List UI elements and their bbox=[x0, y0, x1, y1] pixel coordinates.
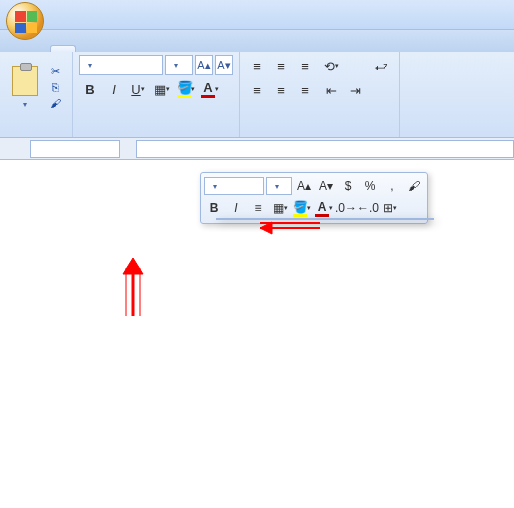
format-painter-button[interactable]: 🖌 bbox=[48, 96, 66, 110]
bold-button[interactable]: B bbox=[79, 78, 101, 100]
mini-fill[interactable]: 🪣▾ bbox=[292, 198, 312, 218]
spellcheck-icon[interactable] bbox=[148, 4, 166, 22]
wrap-text-button[interactable]: ⮐ bbox=[370, 55, 393, 77]
mini-dec-decimal[interactable]: .0→ bbox=[336, 198, 356, 218]
mini-font-combo[interactable]: ▾ bbox=[204, 177, 264, 195]
align-middle-button[interactable]: ≡ bbox=[270, 55, 292, 77]
title-bar bbox=[0, 0, 514, 30]
copy-icon: ⎘ bbox=[48, 80, 62, 94]
align-left-button[interactable]: ≡ bbox=[246, 79, 268, 101]
mini-grow-font[interactable]: A▴ bbox=[294, 176, 314, 196]
brush-icon: 🖌 bbox=[48, 96, 62, 110]
mini-comma[interactable]: , bbox=[382, 176, 402, 196]
align-top-button[interactable]: ≡ bbox=[246, 55, 268, 77]
align-bottom-button[interactable]: ≡ bbox=[294, 55, 316, 77]
save-icon[interactable] bbox=[52, 4, 70, 22]
scissors-icon: ✂ bbox=[48, 64, 62, 78]
increase-indent-button[interactable]: ⇥ bbox=[344, 79, 366, 101]
paste-button[interactable]: ▾ bbox=[6, 55, 44, 119]
mini-currency[interactable]: $ bbox=[338, 176, 358, 196]
context-menu bbox=[216, 218, 434, 220]
formula-input[interactable] bbox=[136, 140, 514, 158]
ribbon-tabs bbox=[0, 30, 514, 52]
mini-format-painter[interactable]: 🖌 bbox=[404, 176, 424, 196]
decrease-indent-button[interactable]: ⇤ bbox=[320, 79, 342, 101]
mini-inc-decimal[interactable]: ←.0 bbox=[358, 198, 378, 218]
office-button[interactable] bbox=[6, 2, 44, 40]
mini-toolbar: ▾ ▾ A▴ A▾ $ % , 🖌 B I ≡ ▦▾ 🪣▾ A▾ .0→ ←.0… bbox=[200, 172, 428, 224]
font-color-button[interactable]: A▾ bbox=[199, 78, 221, 100]
font-size-combo[interactable]: ▾ bbox=[165, 55, 193, 75]
quick-print-icon[interactable] bbox=[124, 4, 142, 22]
mini-size-combo[interactable]: ▾ bbox=[266, 177, 292, 195]
group-clipboard: ▾ ✂ ⎘ 🖌 bbox=[0, 52, 73, 137]
svg-marker-6 bbox=[123, 258, 143, 274]
mini-fontcolor[interactable]: A▾ bbox=[314, 198, 334, 218]
align-center-button[interactable]: ≡ bbox=[270, 79, 292, 101]
borders-button[interactable]: ▦▾ bbox=[151, 78, 173, 100]
shrink-font-button[interactable]: A▾ bbox=[215, 55, 233, 75]
font-name-combo[interactable]: ▾ bbox=[79, 55, 163, 75]
formula-bar bbox=[0, 138, 514, 160]
mini-bold[interactable]: B bbox=[204, 198, 224, 218]
italic-button[interactable]: I bbox=[103, 78, 125, 100]
tab-home[interactable] bbox=[50, 45, 76, 52]
mini-italic[interactable]: I bbox=[226, 198, 246, 218]
mini-merge[interactable]: ⊞▾ bbox=[380, 198, 400, 218]
group-alignment: ≡ ≡ ≡ ≡ ≡ ≡ ⟲▾ ⇤ ⇥ ⮐ bbox=[240, 52, 400, 137]
redo-icon[interactable] bbox=[100, 4, 118, 22]
group-font: ▾ ▾ A▴ A▾ B I U▾ ▦▾ 🪣▾ A▾ bbox=[73, 52, 240, 137]
orientation-button[interactable]: ⟲▾ bbox=[320, 55, 342, 77]
align-right-button[interactable]: ≡ bbox=[294, 79, 316, 101]
fill-color-button[interactable]: 🪣▾ bbox=[175, 78, 197, 100]
undo-icon[interactable] bbox=[76, 4, 94, 22]
copy-button[interactable]: ⎘ bbox=[48, 80, 66, 94]
paste-icon bbox=[12, 66, 38, 96]
quick-access-toolbar bbox=[52, 4, 166, 22]
underline-button[interactable]: U▾ bbox=[127, 78, 149, 100]
mini-align[interactable]: ≡ bbox=[248, 198, 268, 218]
grow-font-button[interactable]: A▴ bbox=[195, 55, 213, 75]
arrow-select-data bbox=[123, 258, 143, 316]
ribbon: ▾ ✂ ⎘ 🖌 ▾ ▾ A▴ A▾ B I U▾ ▦▾ 🪣▾ bbox=[0, 52, 514, 138]
name-box[interactable] bbox=[30, 140, 120, 158]
cut-button[interactable]: ✂ bbox=[48, 64, 66, 78]
mini-shrink-font[interactable]: A▾ bbox=[316, 176, 336, 196]
mini-percent[interactable]: % bbox=[360, 176, 380, 196]
mini-borders[interactable]: ▦▾ bbox=[270, 198, 290, 218]
